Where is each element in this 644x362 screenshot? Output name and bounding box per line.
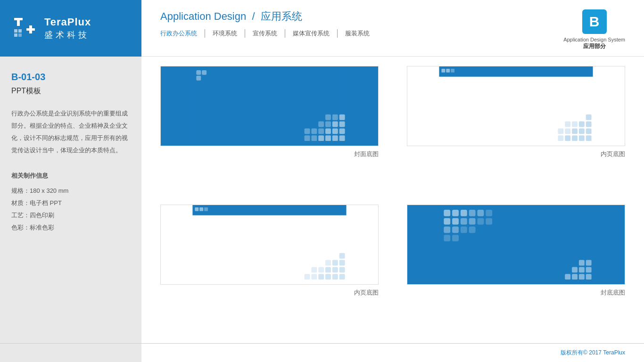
- svg-rect-37: [565, 135, 570, 141]
- svg-rect-44: [579, 122, 585, 127]
- logo-cn: 盛术科技: [44, 29, 91, 41]
- svg-rect-14: [325, 128, 331, 134]
- svg-rect-15: [332, 128, 338, 134]
- svg-rect-53: [192, 205, 346, 215]
- specs-label: 相关制作信息: [11, 172, 130, 180]
- svg-rect-66: [339, 253, 345, 259]
- svg-rect-29: [196, 70, 201, 75]
- svg-rect-23: [305, 128, 310, 134]
- card-cover: 封面底图: [160, 66, 379, 195]
- logo-text: TeraPlux 盛术科技: [44, 16, 91, 41]
- svg-rect-13: [339, 135, 345, 141]
- svg-rect-7: [14, 33, 17, 37]
- card-label-cover: 封面底图: [354, 150, 379, 158]
- ppt-preview-inner-right: [407, 66, 625, 146]
- svg-rect-70: [311, 267, 317, 272]
- svg-rect-2: [17, 20, 20, 26]
- svg-rect-74: [452, 210, 459, 216]
- logo-icon: [11, 15, 38, 41]
- footer: 版权所有© 2017 TeraPlux: [141, 343, 644, 362]
- svg-rect-20: [305, 135, 310, 141]
- svg-rect-36: [451, 69, 454, 73]
- section-title: PPT模板: [11, 86, 130, 96]
- svg-rect-94: [586, 274, 592, 280]
- svg-rect-22: [311, 128, 317, 134]
- svg-rect-91: [565, 274, 570, 280]
- svg-rect-68: [305, 274, 310, 280]
- spec-color: 色彩：标准色彩: [11, 222, 130, 234]
- svg-rect-71: [325, 260, 331, 266]
- svg-rect-72: [439, 205, 593, 284]
- nav-tab-promo[interactable]: 宣传系统: [245, 29, 285, 38]
- svg-rect-61: [325, 267, 331, 272]
- spec-material: 材质：电子档 PPT: [11, 197, 130, 209]
- svg-rect-65: [339, 260, 345, 266]
- nav-tab-clothing[interactable]: 服装系统: [338, 29, 377, 38]
- sidebar: TeraPlux 盛术科技 B-01-03 PPT模板 行政办公系统是企业识别系…: [0, 0, 141, 362]
- svg-rect-97: [586, 267, 592, 272]
- svg-rect-57: [318, 274, 324, 280]
- sidebar-header: TeraPlux 盛术科技: [0, 0, 141, 57]
- sidebar-content: B-01-03 PPT模板 行政办公系统是企业识别系统中的重要组成部分。根据企业…: [0, 57, 141, 343]
- svg-rect-85: [477, 218, 484, 225]
- svg-rect-21: [311, 135, 317, 141]
- top-bar-right: B Application Design System 应用部分: [563, 9, 625, 50]
- brand-label-en: Application Design System: [563, 37, 625, 42]
- svg-rect-10: [318, 135, 324, 141]
- svg-rect-19: [339, 115, 345, 120]
- svg-rect-41: [572, 128, 578, 134]
- inner-right-svg: [407, 66, 625, 146]
- svg-rect-78: [469, 210, 476, 216]
- svg-rect-1: [14, 18, 23, 20]
- back-svg: [407, 205, 625, 284]
- nav-tab-env[interactable]: 环境系统: [205, 29, 245, 38]
- svg-rect-88: [469, 226, 476, 233]
- svg-rect-45: [586, 122, 592, 127]
- svg-rect-54: [195, 207, 198, 211]
- svg-rect-84: [486, 210, 492, 216]
- content-area: 封面底图: [141, 57, 644, 343]
- svg-rect-80: [461, 218, 467, 225]
- card-label-inner-right: 内页底图: [601, 150, 625, 158]
- svg-rect-12: [332, 135, 338, 141]
- section-desc: 行政办公系统是企业识别系统中的重要组成部分。根据企业的特点、企业精神及企业文化，…: [11, 107, 130, 156]
- svg-rect-5: [14, 29, 17, 33]
- svg-rect-30: [202, 70, 206, 75]
- nav-tab-admin[interactable]: 行政办公系统: [160, 29, 205, 38]
- svg-rect-39: [579, 135, 585, 141]
- svg-rect-87: [461, 226, 467, 233]
- svg-rect-40: [586, 135, 592, 141]
- svg-rect-98: [579, 260, 585, 266]
- svg-rect-27: [325, 115, 331, 120]
- svg-rect-89: [444, 235, 450, 241]
- svg-rect-35: [446, 69, 450, 73]
- brand-label-cn: 应用部分: [583, 42, 606, 50]
- svg-rect-51: [565, 122, 570, 127]
- svg-rect-24: [318, 128, 324, 134]
- svg-rect-63: [339, 267, 345, 272]
- ppt-preview-cover: [160, 66, 379, 146]
- svg-rect-42: [579, 128, 585, 134]
- svg-rect-96: [579, 267, 585, 272]
- svg-rect-75: [461, 210, 467, 216]
- svg-rect-86: [486, 218, 492, 225]
- nav-tab-media[interactable]: 媒体宣传系统: [285, 29, 338, 38]
- svg-rect-31: [196, 76, 201, 81]
- section-id: B-01-03: [11, 72, 130, 82]
- svg-rect-11: [325, 135, 331, 141]
- svg-rect-17: [332, 122, 338, 127]
- svg-rect-56: [204, 207, 208, 211]
- svg-rect-79: [477, 210, 484, 216]
- page-title: Application Design / 应用系统: [160, 9, 377, 24]
- svg-rect-76: [444, 218, 450, 225]
- inner-left-svg: [161, 205, 378, 284]
- svg-rect-18: [339, 122, 345, 127]
- svg-rect-83: [452, 226, 459, 233]
- svg-rect-69: [318, 267, 324, 272]
- card-inner-right: 内页底图: [407, 66, 625, 195]
- spec-process: 工艺：四色印刷: [11, 209, 130, 222]
- svg-rect-58: [325, 274, 331, 280]
- svg-rect-4: [29, 25, 32, 33]
- footer-text: 版权所有© 2017 TeraPlux: [561, 349, 625, 357]
- sidebar-footer: [0, 343, 141, 362]
